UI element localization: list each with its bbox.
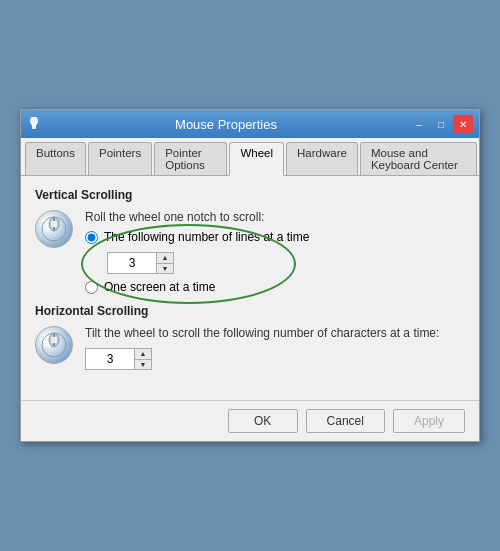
radio-container: The following number of lines at a time … — [85, 230, 465, 294]
radio-lines-input[interactable] — [85, 231, 98, 244]
tab-bar: Buttons Pointers Pointer Options Wheel H… — [21, 138, 479, 176]
radio-lines-label: The following number of lines at a time — [104, 230, 309, 244]
window-title: Mouse Properties — [43, 117, 409, 132]
tab-buttons[interactable]: Buttons — [25, 142, 86, 175]
tab-pointer-options[interactable]: Pointer Options — [154, 142, 227, 175]
scroll-icon — [35, 210, 75, 250]
svg-rect-9 — [51, 336, 57, 344]
vertical-scrolling-title: Vertical Scrolling — [35, 188, 465, 202]
horizontal-scrolling-section: Tilt the wheel to scroll the following n… — [35, 326, 465, 370]
lines-spin-up[interactable]: ▲ — [157, 253, 173, 263]
dialog-buttons: OK Cancel Apply — [21, 400, 479, 441]
radio-screen-label: One screen at a time — [104, 280, 215, 294]
tab-wheel[interactable]: Wheel — [229, 142, 284, 176]
tilt-label: Tilt the wheel to scroll the following n… — [85, 326, 465, 340]
scroll-wheel-icon — [35, 210, 73, 248]
vertical-options-area: Roll the wheel one notch to scroll: The … — [85, 210, 465, 294]
chars-spin-up[interactable]: ▲ — [135, 349, 151, 359]
title-bar: Mouse Properties – □ ✕ — [21, 110, 479, 138]
roll-label: Roll the wheel one notch to scroll: — [85, 210, 465, 224]
lines-spin-down[interactable]: ▼ — [157, 263, 173, 273]
lines-spin-buttons: ▲ ▼ — [157, 252, 174, 274]
mouse-properties-dialog: Mouse Properties – □ ✕ Buttons Pointers … — [20, 109, 480, 442]
horizontal-options-area: Tilt the wheel to scroll the following n… — [85, 326, 465, 370]
radio-screen-option[interactable]: One screen at a time — [85, 280, 465, 294]
maximize-button[interactable]: □ — [431, 115, 451, 133]
chars-spin-wrapper: ▲ ▼ — [85, 348, 465, 370]
chars-spin-buttons: ▲ ▼ — [135, 348, 152, 370]
h-scroll-icon — [35, 326, 75, 366]
radio-lines-option[interactable]: The following number of lines at a time — [85, 230, 465, 244]
chars-spin-down[interactable]: ▼ — [135, 359, 151, 369]
tab-content: Vertical Scrolling Roll the wheel one no… — [21, 176, 479, 392]
chars-spin-input[interactable] — [85, 348, 135, 370]
h-scroll-wheel-icon — [35, 326, 73, 364]
close-button[interactable]: ✕ — [453, 115, 473, 133]
svg-rect-4 — [51, 220, 57, 228]
tab-hardware[interactable]: Hardware — [286, 142, 358, 175]
lines-spin-wrapper: ▲ ▼ — [107, 252, 465, 274]
minimize-button[interactable]: – — [409, 115, 429, 133]
apply-button[interactable]: Apply — [393, 409, 465, 433]
scroll-radio-group: The following number of lines at a time … — [85, 230, 465, 294]
tab-pointers[interactable]: Pointers — [88, 142, 152, 175]
horizontal-scrolling-title: Horizontal Scrolling — [35, 304, 465, 318]
vertical-scrolling-section: Roll the wheel one notch to scroll: The … — [35, 210, 465, 294]
svg-rect-1 — [32, 124, 36, 129]
tab-mouse-keyboard-center[interactable]: Mouse and Keyboard Center — [360, 142, 477, 175]
ok-button[interactable]: OK — [228, 409, 298, 433]
window-icon — [27, 116, 43, 132]
cancel-button[interactable]: Cancel — [306, 409, 385, 433]
window-controls: – □ ✕ — [409, 115, 473, 133]
radio-screen-input[interactable] — [85, 281, 98, 294]
lines-spin-input[interactable] — [107, 252, 157, 274]
